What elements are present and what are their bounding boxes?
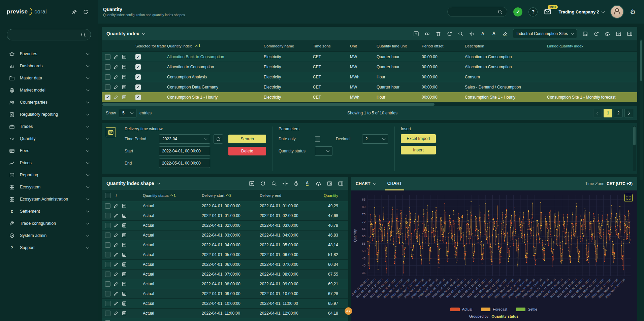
edit-pencil-icon[interactable] — [113, 232, 119, 238]
edit-pencil-icon[interactable] — [113, 84, 119, 90]
fullscreen-button[interactable] — [624, 194, 633, 202]
global-search-input[interactable] — [452, 9, 497, 14]
table-row[interactable]: Allocation to Consumption Electricity CE… — [102, 62, 637, 72]
selected-for-trading-checkbox[interactable] — [135, 64, 141, 70]
row-details-icon[interactable] — [121, 232, 127, 238]
fit-columns-button[interactable] — [467, 29, 476, 38]
sidebar-item-regulatory-reporting[interactable]: Regulatory reporting — [0, 108, 98, 120]
row-details-icon[interactable] — [121, 54, 127, 60]
row-checkbox[interactable] — [105, 54, 110, 60]
sidebar-search-input[interactable] — [11, 32, 80, 38]
page-scrollbar-thumb[interactable] — [640, 40, 642, 81]
tab-chart[interactable]: CHART — [385, 177, 404, 190]
selected-for-trading-checkbox[interactable] — [135, 74, 141, 80]
row-details-icon[interactable] — [121, 64, 127, 70]
help-button[interactable]: ? — [528, 7, 538, 16]
table-row[interactable]: Actual 2022-04-01, 01:00:00 2022-04-01, … — [102, 211, 348, 221]
horizontal-scrollbar[interactable] — [102, 102, 637, 106]
sidebar-item-market-model[interactable]: Market model — [0, 84, 98, 96]
settings-gear-button[interactable]: ⚙ — [630, 8, 636, 15]
table-row[interactable]: Actual 2022-04-01, 12:00:00 2022-04-01, … — [102, 318, 348, 321]
row-checkbox[interactable] — [105, 84, 110, 90]
table-row[interactable]: Actual 2022-04-01, 08:00:00 2022-04-01, … — [102, 279, 348, 289]
table-row[interactable]: Consumption Site 1 - Hourly Electricity … — [102, 92, 637, 102]
col-unit[interactable]: Unit — [349, 44, 375, 48]
filter-scrollbar-thumb[interactable] — [633, 127, 636, 145]
col-linked-index[interactable]: Linked quantity index — [546, 44, 637, 48]
search-button[interactable]: Search — [228, 135, 266, 143]
reload-icon[interactable] — [82, 8, 89, 15]
quantity-status-select[interactable] — [315, 146, 332, 156]
sidebar-item-fees[interactable]: Fees — [0, 145, 98, 157]
sidebar-item-ecosystem[interactable]: Ecosystem — [0, 181, 98, 193]
row-checkbox[interactable] — [105, 95, 110, 100]
sidebar-item-system-admin[interactable]: System admin — [0, 229, 98, 242]
edit-pencil-icon[interactable] — [113, 242, 119, 248]
delete-button[interactable] — [434, 29, 443, 38]
row-checkbox[interactable] — [105, 213, 110, 218]
col-commodity[interactable]: Commodity name — [262, 44, 312, 48]
edit-pencil-icon[interactable] — [113, 64, 119, 70]
add-button[interactable] — [247, 179, 256, 188]
row-details-icon[interactable] — [121, 242, 127, 248]
fit-columns-button[interactable] — [281, 179, 289, 188]
row-checkbox[interactable] — [105, 223, 110, 228]
refresh-button[interactable] — [445, 29, 454, 38]
table-row[interactable]: Consumption Analysis Electricity CET MWh… — [102, 72, 637, 82]
status-ok-button[interactable]: ✓ — [513, 7, 522, 16]
sidebar-item-ecosystem-administration[interactable]: Ecosystem Administration — [0, 193, 98, 205]
row-checkbox[interactable] — [105, 301, 110, 306]
edit-pencil-icon[interactable] — [113, 213, 119, 219]
row-checkbox[interactable] — [105, 203, 110, 209]
row-details-icon[interactable] — [121, 281, 127, 287]
page-size-select[interactable]: 5 — [119, 109, 136, 117]
sidebar-item-trades[interactable]: Trades — [0, 120, 98, 133]
cloud-upload-button[interactable] — [314, 179, 323, 188]
font-underline-button[interactable]: A — [303, 179, 312, 188]
page-1-button[interactable]: 1 — [604, 109, 612, 117]
row-checkbox[interactable] — [105, 281, 110, 287]
row-details-icon[interactable] — [121, 74, 127, 80]
row-checkbox[interactable] — [105, 233, 110, 238]
row-checkbox[interactable] — [105, 262, 110, 267]
row-details-icon[interactable] — [121, 291, 127, 297]
edit-pencil-icon[interactable] — [113, 261, 119, 268]
legend-item-settle[interactable]: Settle — [516, 307, 537, 311]
edit-pencil-icon[interactable] — [113, 74, 119, 80]
sidebar-item-reporting[interactable]: Reporting — [0, 169, 98, 181]
sidebar-item-trade-configuration[interactable]: Trade configuration — [0, 217, 98, 229]
search-button[interactable] — [269, 179, 278, 188]
font-size-button[interactable]: A — [478, 29, 487, 38]
legend-item-forecast[interactable]: Forecast — [481, 307, 507, 311]
table-row[interactable]: Consumption Data Germany Electricity CET… — [102, 82, 637, 92]
col-description[interactable]: Description — [463, 44, 546, 48]
row-details-icon[interactable] — [121, 222, 127, 228]
row-checkbox[interactable] — [105, 74, 110, 80]
add-button[interactable] — [412, 29, 420, 38]
col-quantity[interactable]: Quantity — [315, 193, 348, 198]
shape-panel-title[interactable]: Quantity index shape — [106, 181, 160, 186]
start-datetime-input[interactable] — [159, 146, 210, 156]
sidebar-item-prices[interactable]: Prices — [0, 157, 98, 169]
quantity-index-panel-title[interactable]: Quantity index — [106, 31, 145, 36]
table-row[interactable]: Actual 2022-04-01, 05:00:00 2022-04-01, … — [102, 250, 348, 260]
row-checkbox[interactable] — [105, 64, 110, 70]
table-search-button[interactable] — [325, 179, 334, 188]
col-time-unit[interactable]: Quantity time unit — [375, 44, 420, 48]
prev-page-button[interactable] — [593, 109, 602, 117]
font-underline-button[interactable]: A — [489, 29, 498, 38]
row-details-icon[interactable] — [121, 213, 127, 219]
row-details-icon[interactable] — [121, 271, 127, 277]
selected-for-trading-checkbox[interactable] — [135, 95, 141, 100]
col-delivery-start[interactable]: Delivery start 2 — [200, 193, 258, 198]
sidebar-item-support[interactable]: ? Support — [0, 242, 98, 254]
layout-button[interactable] — [336, 179, 345, 188]
preset-select[interactable]: Industrial Consumption Sites — [513, 29, 577, 38]
calendar-toggle-button[interactable] — [106, 127, 116, 137]
time-period-select[interactable]: 2022-04 — [159, 134, 210, 144]
edit-pencil-icon[interactable] — [113, 54, 119, 60]
delete-button[interactable]: Delete — [228, 147, 266, 155]
col-quantity-status[interactable]: Quantity status 1 — [141, 193, 200, 198]
search-button[interactable] — [456, 29, 465, 38]
edit-pencil-icon[interactable] — [113, 291, 119, 297]
